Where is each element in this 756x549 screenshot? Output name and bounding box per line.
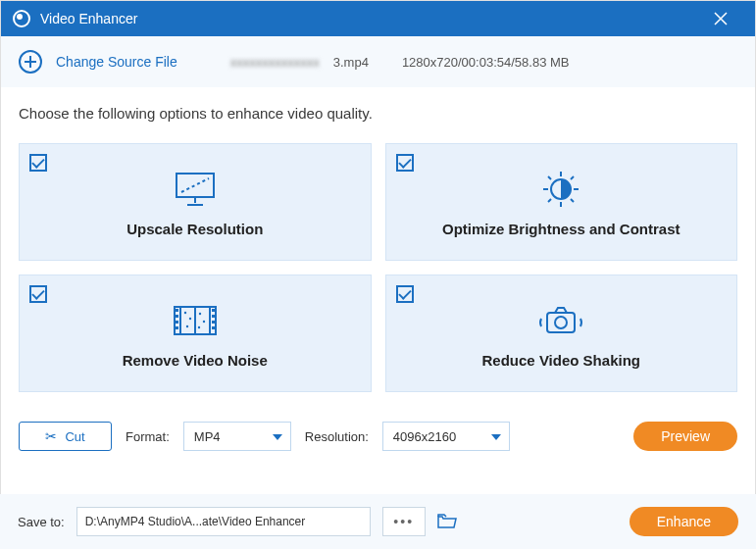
svg-line-12 — [571, 176, 574, 179]
filename-blurred: xxxxxxxxxxxxxx — [230, 55, 320, 70]
title-bar: Video Enhancer — [1, 1, 755, 36]
svg-rect-17 — [176, 309, 178, 312]
close-icon — [714, 12, 728, 25]
controls-row: ✂ Cut Format: MP4 Resolution: 4096x2160 … — [19, 422, 737, 451]
checkbox-icon[interactable] — [396, 154, 414, 172]
brightness-icon — [537, 168, 584, 211]
open-folder-button[interactable] — [437, 514, 457, 529]
format-select[interactable]: MP4 — [183, 422, 291, 451]
format-label: Format: — [126, 429, 170, 444]
svg-line-10 — [571, 199, 574, 202]
browse-button[interactable]: ••• — [382, 507, 426, 536]
save-path-text: D:\AnyMP4 Studio\A...ate\Video Enhancer — [85, 515, 306, 528]
save-path-field[interactable]: D:\AnyMP4 Studio\A...ate\Video Enhancer — [76, 507, 371, 536]
card-label: Reduce Video Shaking — [482, 352, 640, 369]
svg-point-27 — [186, 324, 188, 326]
source-bar: Change Source File xxxxxxxxxxxxxx 3.mp4 … — [1, 36, 755, 87]
cut-label: Cut — [65, 429, 84, 444]
cut-button[interactable]: ✂ Cut — [19, 422, 112, 451]
film-noise-icon — [171, 299, 220, 342]
change-source-link[interactable]: Change Source File — [56, 54, 177, 70]
svg-rect-24 — [212, 326, 215, 329]
svg-point-32 — [555, 317, 567, 328]
format-value: MP4 — [194, 429, 221, 444]
caret-down-icon — [491, 434, 501, 440]
main-content: Choose the following options to enhance … — [1, 87, 755, 500]
svg-rect-20 — [176, 326, 178, 329]
resolution-label: Resolution: — [305, 429, 369, 444]
caret-down-icon — [273, 434, 282, 440]
svg-point-29 — [203, 320, 205, 322]
svg-rect-19 — [176, 321, 178, 324]
card-remove-noise[interactable]: Remove Video Noise — [19, 274, 372, 392]
checkbox-icon[interactable] — [29, 154, 47, 172]
add-icon[interactable] — [19, 50, 42, 74]
camera-shake-icon — [535, 299, 586, 342]
resolution-select[interactable]: 4096x2160 — [382, 422, 510, 451]
resolution-value: 4096x2160 — [393, 429, 456, 444]
svg-rect-0 — [176, 174, 214, 197]
card-label: Remove Video Noise — [123, 352, 268, 369]
card-reduce-shaking[interactable]: Reduce Video Shaking — [385, 274, 738, 392]
close-button[interactable] — [714, 12, 743, 25]
folder-icon — [437, 514, 457, 529]
footer-bar: Save to: D:\AnyMP4 Studio\A...ate\Video … — [0, 494, 756, 549]
svg-rect-22 — [212, 315, 215, 318]
instruction-text: Choose the following options to enhance … — [19, 105, 737, 122]
card-upscale-resolution[interactable]: Upscale Resolution — [19, 143, 372, 261]
filename-visible: 3.mp4 — [333, 55, 369, 70]
monitor-upscale-icon — [174, 168, 217, 211]
save-to-label: Save to: — [18, 515, 65, 529]
file-metadata: 1280x720/00:03:54/58.83 MB — [402, 55, 570, 70]
card-label: Optimize Brightness and Contrast — [442, 221, 680, 237]
svg-point-26 — [189, 317, 191, 319]
preview-button[interactable]: Preview — [633, 422, 737, 451]
option-cards: Upscale Resolution — [19, 143, 737, 392]
svg-point-28 — [199, 312, 201, 314]
window-title: Video Enhancer — [40, 11, 714, 26]
svg-rect-23 — [212, 321, 215, 324]
checkbox-icon[interactable] — [396, 285, 414, 303]
svg-line-1 — [181, 178, 209, 192]
app-logo-icon — [13, 10, 30, 27]
svg-line-11 — [548, 199, 551, 202]
svg-rect-21 — [212, 309, 215, 312]
checkbox-icon[interactable] — [29, 285, 47, 303]
svg-point-30 — [198, 325, 200, 327]
scissors-icon: ✂ — [45, 428, 57, 444]
svg-rect-18 — [176, 315, 178, 318]
svg-line-9 — [548, 176, 551, 179]
ellipsis-icon: ••• — [393, 514, 414, 529]
card-brightness-contrast[interactable]: Optimize Brightness and Contrast — [385, 143, 738, 261]
card-label: Upscale Resolution — [126, 221, 263, 237]
svg-point-25 — [184, 311, 186, 313]
enhance-button[interactable]: Enhance — [630, 507, 738, 536]
